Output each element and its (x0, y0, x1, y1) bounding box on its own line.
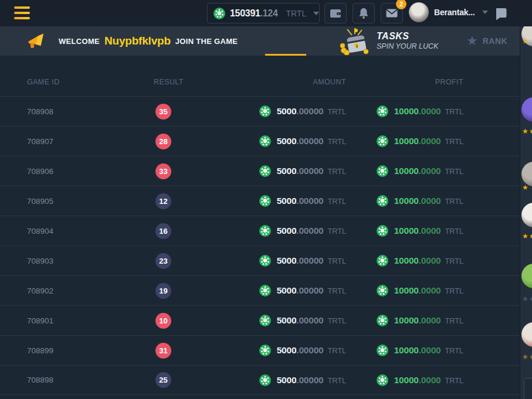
envelope-icon (386, 9, 398, 18)
coin-icon (377, 315, 388, 326)
coin-icon (259, 105, 271, 117)
rank-widget[interactable]: ★ RANK (466, 26, 507, 56)
bet-amount: 5000.00000TRTL (211, 345, 346, 356)
balance-selector[interactable]: 150391.124 TRTL (207, 3, 320, 23)
hamburger-menu-icon[interactable] (14, 6, 30, 19)
bet-profit: 10000.0000TRTL (346, 255, 520, 267)
bet-profit: 10000.0000TRTL (346, 345, 520, 356)
bet-amount: 5000.00000TRTL (211, 255, 346, 267)
game-id: 708903 (0, 257, 123, 265)
result-badge: 23 (155, 253, 171, 269)
game-id: 708898 (0, 376, 123, 384)
result-badge: 16 (155, 223, 171, 239)
bet-amount: 5000.00000TRTL (211, 105, 346, 117)
bet-amount: 5000.00000TRTL (211, 165, 346, 177)
table-row[interactable]: 708906 33 5000.00000TRTL 10000.00 (0, 156, 520, 186)
bet-amount: 5000.00000TRTL (211, 374, 346, 386)
chevron-down-icon (313, 12, 319, 15)
tasks-subtitle: SPIN YOUR LUCK (377, 42, 438, 52)
table-row[interactable]: 708907 28 5000.00000TRTL 10000.00 (0, 126, 520, 156)
balance-currency: TRTL (286, 9, 307, 18)
table-row[interactable]: 708905 12 5000.00000TRTL 10000.00 (0, 186, 520, 216)
chat-rating-stars: ★★ (522, 295, 532, 303)
table-row[interactable]: 708902 19 5000.00000TRTL 10000.00 (0, 275, 520, 305)
table-row[interactable]: 708903 23 5000.00000TRTL 10000.00 (0, 245, 520, 275)
game-id: 708902 (0, 287, 123, 295)
chat-rating-stars: ★ (522, 183, 529, 192)
column-header-result: RESULT (123, 78, 211, 86)
coin-icon (377, 135, 388, 147)
table-row[interactable]: 708908 35 5000.00000TRTL 10000.00 (0, 96, 520, 126)
chat-sidebar-edge[interactable]: ★★★★★★★★★★ (520, 26, 532, 399)
result-badge: 33 (155, 163, 171, 179)
column-header-amount: AMOUNT (211, 78, 346, 86)
welcome-message: WELCOME Nuypbfklvpb JOIN THE GAME (59, 26, 238, 56)
chat-user-avatar (521, 97, 532, 122)
coin-icon (377, 105, 388, 117)
welcome-prefix: WELCOME (59, 37, 100, 46)
result-badge: 31 (155, 343, 171, 359)
bet-profit: 10000.0000TRTL (346, 135, 520, 147)
balance-amount: 150391 (230, 8, 260, 19)
chat-rating-stars: ★ (522, 37, 529, 45)
top-bar: 150391.124 TRTL 2 (0, 0, 532, 26)
coin-icon (259, 255, 271, 267)
chat-rating-stars: ★★ (522, 127, 532, 135)
game-id: 708908 (0, 107, 123, 116)
result-badge: 28 (155, 134, 171, 149)
coin-icon (259, 135, 271, 147)
table-row[interactable]: 708899 31 5000.00000TRTL 10000.00 (0, 335, 520, 365)
table-body: 708908 35 5000.00000TRTL 10000.00 (0, 96, 520, 395)
result-badge: 35 (155, 104, 171, 120)
chat-input[interactable] (524, 378, 532, 399)
coin-icon (259, 195, 271, 207)
welcome-suffix: JOIN THE GAME (175, 37, 238, 46)
bet-amount: 5000.00000TRTL (211, 285, 346, 296)
game-id: 708904 (0, 227, 123, 236)
bet-profit: 10000.0000TRTL (346, 374, 520, 386)
rank-label: RANK (483, 36, 507, 46)
chat-user-avatar (521, 162, 532, 186)
bets-history-table: GAME ID RESULT AMOUNT PROFIT 708908 35 5… (0, 56, 520, 395)
balance-decimals: .124 (260, 8, 278, 19)
result-badge: 10 (155, 313, 171, 329)
megaphone-icon (26, 32, 45, 50)
game-id: 708901 (0, 316, 123, 325)
chat-bubble-icon (494, 6, 508, 21)
bell-icon (358, 8, 369, 19)
coin-icon (377, 255, 388, 267)
game-id: 708905 (0, 197, 123, 206)
table-row[interactable]: 708898 25 5000.00000TRTL 10000.00 (0, 365, 520, 395)
coin-icon (259, 345, 271, 356)
bet-profit: 10000.0000TRTL (346, 195, 520, 207)
coin-icon (377, 345, 388, 356)
result-badge: 12 (155, 193, 171, 209)
coin-icon (377, 285, 388, 296)
chat-user-avatar (521, 203, 532, 227)
wallet-button[interactable] (324, 3, 347, 23)
bet-profit: 10000.0000TRTL (346, 105, 520, 117)
column-header-profit: PROFIT (346, 78, 520, 86)
coin-icon (259, 225, 271, 237)
chat-rating-stars: ★★ (522, 232, 532, 240)
table-row[interactable]: 708904 16 5000.00000TRTL 10000.00 (0, 216, 520, 245)
column-header-game-id: GAME ID (0, 78, 123, 86)
coin-icon (214, 8, 225, 19)
tasks-widget[interactable]: TASKS SPIN YOUR LUCK (339, 26, 438, 56)
game-id: 708899 (0, 346, 123, 355)
coin-icon (259, 285, 271, 296)
table-row[interactable]: 708901 10 5000.00000TRTL 10000.00 (0, 305, 520, 335)
chevron-down-icon (482, 11, 488, 14)
bet-profit: 10000.0000TRTL (346, 285, 520, 296)
welcome-username: Nuypbfklvpb (104, 35, 171, 47)
result-badge: 19 (155, 283, 171, 299)
user-menu[interactable]: Berantak... (409, 2, 488, 22)
chat-toggle-button[interactable] (490, 3, 512, 23)
notifications-button[interactable] (353, 3, 375, 23)
announcement-banner: WELCOME Nuypbfklvpb JOIN THE GAME (0, 26, 520, 56)
coin-icon (259, 315, 271, 326)
coin-icon (377, 195, 388, 207)
messages-button[interactable]: 2 (381, 3, 403, 23)
tasks-title: TASKS (377, 30, 438, 42)
messages-count-badge: 2 (396, 0, 406, 9)
